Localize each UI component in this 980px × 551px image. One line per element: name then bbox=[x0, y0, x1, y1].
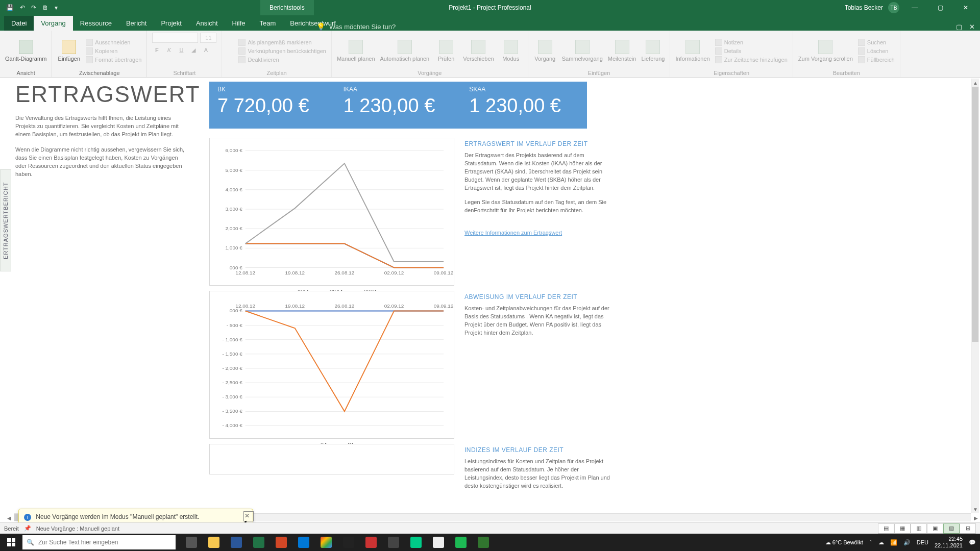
notifications-icon[interactable]: 💬 bbox=[969, 539, 976, 546]
minimize-button[interactable]: — bbox=[904, 4, 925, 11]
notepad-app[interactable] bbox=[428, 534, 449, 551]
scroll-right-arrow[interactable]: ▶ bbox=[972, 514, 980, 522]
clock[interactable]: 22:45 22.11.2021 bbox=[935, 536, 963, 548]
taskbar-search[interactable]: 🔍 Zur Suche Text hier eingeben bbox=[22, 535, 176, 549]
language-indicator[interactable]: DEU bbox=[917, 539, 928, 545]
word-app[interactable] bbox=[226, 534, 247, 551]
redo-icon[interactable]: ↷ bbox=[31, 4, 36, 11]
tab-ressource[interactable]: Ressource bbox=[73, 16, 119, 31]
scroll-left-arrow[interactable]: ◀ bbox=[5, 514, 13, 522]
view-report-button[interactable]: ▧ bbox=[943, 523, 960, 534]
copy-button[interactable]: Kopieren bbox=[86, 47, 141, 55]
tab-team[interactable]: Team bbox=[253, 16, 283, 31]
earned-value-link[interactable]: Weitere Informationen zum Ertragswert bbox=[464, 230, 562, 236]
underline-button[interactable]: U bbox=[177, 47, 186, 54]
word-icon bbox=[231, 537, 242, 548]
project-app[interactable] bbox=[473, 534, 494, 551]
wifi-icon[interactable]: 📶 bbox=[890, 539, 897, 546]
edge-app[interactable] bbox=[405, 534, 427, 551]
vscroll-thumb[interactable] bbox=[972, 87, 978, 342]
view-gantt-button[interactable]: ▤ bbox=[878, 523, 894, 534]
italic-button[interactable]: K bbox=[164, 47, 174, 54]
view-resource-sheet-button[interactable]: ▣ bbox=[927, 523, 943, 534]
chart-indices[interactable] bbox=[209, 444, 454, 474]
obs-app[interactable] bbox=[338, 534, 359, 551]
new-doc-icon[interactable]: 🗎 bbox=[42, 4, 48, 11]
auto-schedule-button[interactable]: Automatisch planen bbox=[380, 40, 430, 62]
maximize-button[interactable]: ▢ bbox=[930, 4, 950, 11]
ribbon-close-icon[interactable]: ✕ bbox=[969, 23, 975, 31]
insert-task-button[interactable]: Vorgang bbox=[533, 40, 557, 62]
vertical-scrollbar[interactable]: ▲ ▼ bbox=[971, 79, 979, 513]
cut-button[interactable]: Ausschneiden bbox=[86, 39, 141, 46]
close-button[interactable]: ✕ bbox=[955, 4, 976, 11]
deactivate-icon bbox=[238, 56, 246, 63]
tab-file[interactable]: Datei bbox=[4, 16, 34, 31]
tab-ansicht[interactable]: Ansicht bbox=[189, 16, 225, 31]
group-insert-label: Einfügen bbox=[533, 69, 665, 76]
add-timeline-button[interactable]: Zur Zeitachse hinzufügen bbox=[715, 56, 788, 63]
edge-old-app[interactable] bbox=[293, 534, 314, 551]
font-color-button[interactable]: A bbox=[201, 47, 210, 54]
tell-me-search[interactable]: 💡 Was möchten Sie tun? bbox=[316, 22, 396, 31]
fill-button[interactable]: Füllbereich bbox=[858, 56, 895, 63]
undo-icon[interactable]: ↶ bbox=[20, 4, 25, 11]
font-family-input[interactable] bbox=[152, 33, 198, 43]
insert-deliverable-button[interactable]: Lieferung bbox=[641, 40, 665, 62]
view-zoom-button[interactable]: ⊞ bbox=[960, 523, 976, 534]
gantt-chart-button[interactable]: Gantt-Diagramm bbox=[5, 40, 46, 62]
tray-chevron-icon[interactable]: ˄ bbox=[869, 539, 872, 546]
mode-button[interactable]: Modus bbox=[499, 40, 523, 62]
clear-button[interactable]: Löschen bbox=[858, 47, 895, 55]
task-view-button[interactable] bbox=[181, 534, 202, 551]
tab-hilfe[interactable]: Hilfe bbox=[225, 16, 253, 31]
excel-app[interactable] bbox=[248, 534, 270, 551]
format-painter-button[interactable]: Format übertragen bbox=[86, 56, 141, 63]
powerpoint-app[interactable] bbox=[271, 534, 292, 551]
paste-button[interactable]: Einfügen bbox=[57, 40, 81, 62]
details-button[interactable]: Details bbox=[715, 47, 788, 55]
scroll-to-task-button[interactable]: Zum Vorgang scrollen bbox=[798, 40, 853, 62]
tab-bericht[interactable]: Bericht bbox=[119, 16, 154, 31]
group-clipboard-label: Zwischenablage bbox=[57, 69, 141, 76]
user-avatar[interactable]: TB bbox=[888, 2, 899, 13]
generic-app-2[interactable] bbox=[383, 534, 404, 551]
spotify-app[interactable] bbox=[450, 534, 472, 551]
respect-links-button[interactable]: Verknüpfungen berücksichtigen bbox=[238, 47, 326, 55]
scroll-down-arrow[interactable]: ▼ bbox=[971, 505, 979, 513]
qat-customize-icon[interactable]: ▾ bbox=[55, 4, 58, 11]
bold-button[interactable]: F bbox=[152, 47, 161, 54]
fill-color-button[interactable]: ◢ bbox=[189, 47, 198, 54]
save-icon[interactable]: 💾 bbox=[6, 4, 14, 11]
explorer-app[interactable] bbox=[203, 534, 225, 551]
chrome-app[interactable] bbox=[315, 534, 337, 551]
side-tab-report[interactable]: ERTRAGSWERTBERICHT bbox=[0, 169, 11, 271]
scroll-up-arrow[interactable]: ▲ bbox=[971, 79, 979, 87]
user-name[interactable]: Tobias Becker bbox=[845, 4, 883, 11]
tab-vorgang[interactable]: Vorgang bbox=[34, 16, 72, 31]
chart-variance[interactable]: 12.08.1219.08.1226.08.1202.09.1209.09.12… bbox=[209, 291, 454, 439]
font-size-input[interactable] bbox=[200, 33, 216, 43]
chart-earned-value[interactable]: 12.08.1219.08.1226.08.1202.09.1209.09.12… bbox=[209, 138, 454, 286]
manual-schedule-button[interactable]: Manuell planen bbox=[337, 40, 375, 62]
deactivate-button[interactable]: Deaktivieren bbox=[238, 56, 326, 63]
start-button[interactable] bbox=[0, 534, 22, 551]
onedrive-icon[interactable]: ☁ bbox=[878, 539, 884, 546]
tab-projekt[interactable]: Projekt bbox=[154, 16, 188, 31]
ribbon-display-options-icon[interactable]: ▢ bbox=[956, 23, 962, 31]
move-button[interactable]: Verschieben bbox=[463, 40, 494, 62]
find-button[interactable]: Suchen bbox=[858, 39, 895, 46]
insert-summary-button[interactable]: Sammelvorgang bbox=[562, 40, 603, 62]
view-task-usage-button[interactable]: ▦ bbox=[894, 523, 911, 534]
information-button[interactable]: Informationen bbox=[675, 40, 709, 62]
generic-app-1[interactable] bbox=[360, 534, 382, 551]
notes-button[interactable]: Notizen bbox=[715, 39, 788, 46]
weather-widget[interactable]: ☁ 6°C Bewölkt bbox=[825, 539, 863, 546]
view-team-planner-button[interactable]: ▥ bbox=[911, 523, 927, 534]
volume-icon[interactable]: 🔊 bbox=[903, 539, 911, 546]
inspect-button[interactable]: Prüfen bbox=[434, 40, 458, 62]
insert-milestone-button[interactable]: Meilenstein bbox=[608, 40, 636, 62]
callout-close-button[interactable]: ✕ bbox=[244, 512, 250, 519]
mark-on-track-button[interactable]: Als plangemäß markieren bbox=[238, 39, 326, 46]
status-schedule-mode[interactable]: Neue Vorgänge : Manuell geplant bbox=[36, 525, 119, 532]
